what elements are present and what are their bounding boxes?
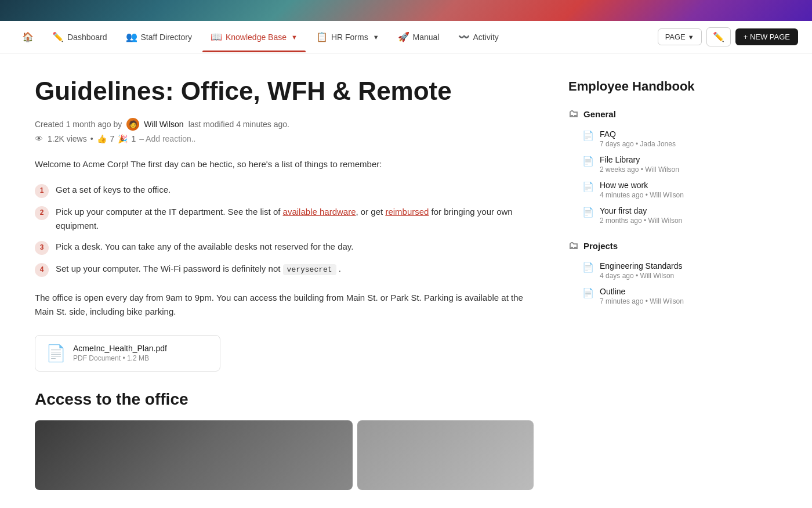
- nav-item-manual-label: Manual: [413, 33, 440, 42]
- doc-outline-name: Outline: [600, 287, 684, 296]
- eye-icon: 👁: [35, 134, 43, 143]
- file-meta: PDF Document • 1.2 MB: [73, 354, 167, 362]
- step-2: 2 Pick up your computer at the IT depart…: [35, 205, 534, 233]
- sidebar-doc-your-first-day[interactable]: 📄 Your first day 2 months ago • Will Wil…: [568, 203, 731, 228]
- reactions-row: 👁 1.2K views • 👍 7 🎉 1 – Add reaction..: [35, 134, 534, 143]
- doc-how-we-work-name: How we work: [600, 181, 684, 190]
- step-4-text-after: .: [339, 264, 341, 273]
- page-title: Guidelines: Office, WFH & Remote: [35, 77, 534, 106]
- nav-item-activity[interactable]: 〰️ Activity: [450, 27, 507, 47]
- doc-faq-meta: 7 days ago • Jada Jones: [600, 140, 676, 148]
- main-content: Guidelines: Office, WFH & Remote Created…: [35, 77, 534, 490]
- edit-button[interactable]: ✏️: [706, 27, 731, 46]
- file-icon: 📄: [46, 344, 66, 363]
- knowledge-base-dropdown-icon: ▼: [291, 34, 298, 41]
- sidebar-folder-general-label: General: [583, 109, 616, 119]
- sidebar-doc-file-library[interactable]: 📄 File Library 2 weeks ago • Will Wilson: [568, 152, 731, 177]
- doc-faq-icon: 📄: [582, 130, 594, 141]
- photo-1: [35, 420, 353, 490]
- photo-2: [357, 420, 534, 490]
- page-button-label: PAGE: [665, 33, 686, 41]
- folder-projects-icon: 🗂: [568, 240, 579, 252]
- file-type: PDF Document: [73, 354, 121, 362]
- staff-directory-icon: 👥: [126, 31, 137, 42]
- step-2-text-before: Pick up your computer at the IT departme…: [56, 207, 280, 217]
- nav-item-home[interactable]: 🏠: [14, 27, 42, 47]
- wifi-password-code: verysecret: [283, 264, 336, 275]
- nav-left: 🏠 ✏️ Dashboard 👥 Staff Directory 📖 Knowl…: [14, 27, 658, 47]
- author-avatar: 🧑: [126, 118, 139, 131]
- doc-outline-info: Outline 7 minutes ago • Will Wilson: [600, 287, 684, 305]
- step-2-text: Pick up your computer at the IT departme…: [56, 205, 534, 233]
- file-info: AcmeInc_Health_Plan.pdf PDF Document • 1…: [73, 344, 167, 362]
- nav-item-knowledge-base-label: Knowledge Base: [226, 33, 287, 42]
- doc-file-library-name: File Library: [600, 155, 679, 164]
- doc-faq-info: FAQ 7 days ago • Jada Jones: [600, 129, 676, 148]
- step-4-text-before: Set up your computer. The Wi-Fi password…: [56, 264, 280, 273]
- step-3: 3 Pick a desk. You can take any of the a…: [35, 240, 534, 255]
- section-2-heading: Access to the office: [35, 390, 534, 409]
- nav-item-staff-directory[interactable]: 👥 Staff Directory: [118, 27, 200, 47]
- page-button[interactable]: PAGE ▼: [658, 28, 702, 45]
- step-3-number: 3: [35, 241, 49, 255]
- step-2-text-middle: or get: [361, 207, 386, 217]
- sidebar-section-general: 🗂 General 📄 FAQ 7 days ago • Jada Jones …: [568, 108, 731, 228]
- modified-text: last modified 4 minutes ago.: [188, 120, 289, 129]
- add-reaction-button[interactable]: – Add reaction..: [139, 134, 195, 143]
- thumbs-up-emoji: 👍: [97, 134, 107, 143]
- doc-your-first-day-info: Your first day 2 months ago • Will Wilso…: [600, 206, 682, 225]
- sidebar-doc-outline[interactable]: 📄 Outline 7 minutes ago • Will Wilson: [568, 283, 731, 309]
- author-name: Will Wilson: [144, 120, 183, 129]
- step-4-text: Set up your computer. The Wi-Fi password…: [56, 262, 341, 276]
- sidebar-doc-faq[interactable]: 📄 FAQ 7 days ago • Jada Jones: [568, 126, 731, 152]
- doc-file-library-meta: 2 weeks ago • Will Wilson: [600, 165, 679, 174]
- folder-general-icon: 🗂: [568, 108, 579, 120]
- doc-engineering-icon: 📄: [582, 262, 594, 273]
- nav-item-dashboard-label: Dashboard: [67, 33, 107, 42]
- doc-your-first-day-name: Your first day: [600, 206, 682, 215]
- sidebar: Employee Handbook 🗂 General 📄 FAQ 7 days…: [568, 77, 731, 490]
- step-4: 4 Set up your computer. The Wi-Fi passwo…: [35, 262, 534, 277]
- doc-file-library-icon: 📄: [582, 156, 594, 167]
- bullet-1: •: [90, 134, 93, 143]
- doc-outline-meta: 7 minutes ago • Will Wilson: [600, 297, 684, 305]
- nav-right: PAGE ▼ ✏️ + NEW PAGE: [658, 27, 798, 46]
- steps-list: 1 Get a set of keys to the office. 2 Pic…: [35, 183, 534, 277]
- views-count: 1.2K views: [48, 134, 87, 143]
- activity-icon: 〰️: [458, 31, 470, 42]
- nav-item-hr-forms[interactable]: 📋 HR Forms ▼: [308, 27, 387, 47]
- sidebar-folder-projects[interactable]: 🗂 Projects: [568, 240, 731, 252]
- file-attachment[interactable]: 📄 AcmeInc_Health_Plan.pdf PDF Document •…: [35, 335, 220, 372]
- step-3-text: Pick a desk. You can take any of the ava…: [56, 240, 353, 254]
- hr-forms-dropdown-icon: ▼: [373, 34, 379, 41]
- sidebar-doc-how-we-work[interactable]: 📄 How we work 4 minutes ago • Will Wilso…: [568, 177, 731, 203]
- nav-item-knowledge-base[interactable]: 📖 Knowledge Base ▼: [202, 27, 306, 47]
- nav-item-dashboard[interactable]: ✏️ Dashboard: [44, 27, 115, 47]
- dashboard-icon: ✏️: [52, 31, 64, 42]
- sidebar-section-projects: 🗂 Projects 📄 Engineering Standards 4 day…: [568, 240, 731, 309]
- reimbursed-link[interactable]: reimbursed: [385, 207, 429, 217]
- page-dropdown-icon: ▼: [688, 34, 694, 41]
- created-text: Created 1 month ago by: [35, 120, 122, 129]
- step-1-text: Get a set of keys to the office.: [56, 183, 171, 197]
- doc-file-library-info: File Library 2 weeks ago • Will Wilson: [600, 155, 679, 174]
- sidebar-doc-engineering[interactable]: 📄 Engineering Standards 4 days ago • Wil…: [568, 258, 731, 283]
- sidebar-folder-general[interactable]: 🗂 General: [568, 108, 731, 120]
- doc-how-we-work-icon: 📄: [582, 181, 594, 192]
- knowledge-base-icon: 📖: [211, 31, 222, 42]
- step-1-number: 1: [35, 184, 49, 198]
- party-emoji: 🎉: [118, 134, 128, 143]
- doc-engineering-info: Engineering Standards 4 days ago • Will …: [600, 261, 682, 280]
- step-4-number: 4: [35, 263, 49, 277]
- nav-item-hr-forms-label: HR Forms: [331, 33, 368, 42]
- nav-item-manual[interactable]: 🚀 Manual: [390, 27, 448, 47]
- available-hardware-link[interactable]: available hardware: [283, 207, 356, 217]
- meta-row: Created 1 month ago by 🧑 Will Wilson las…: [35, 118, 534, 131]
- step-2-number: 2: [35, 206, 49, 220]
- photo-row: [35, 420, 534, 490]
- file-sep: •: [122, 354, 127, 362]
- body-text: The office is open every day from 9am to…: [35, 291, 534, 319]
- new-page-button[interactable]: + NEW PAGE: [735, 28, 798, 45]
- thumbs-up-count: 7: [110, 134, 115, 143]
- sidebar-folder-projects-label: Projects: [583, 241, 618, 251]
